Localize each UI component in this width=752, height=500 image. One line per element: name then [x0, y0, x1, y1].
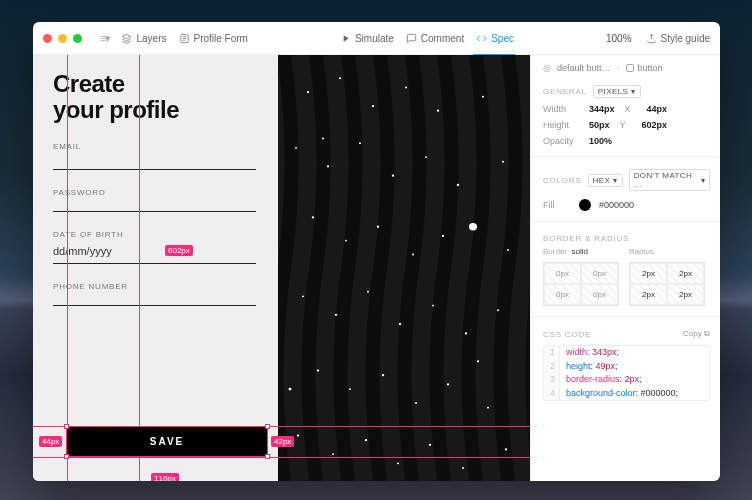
- opacity-value: 100%: [589, 136, 612, 146]
- opacity-label: Opacity: [543, 136, 579, 146]
- badge-right-margin: 42px: [271, 436, 294, 447]
- field-dob: DATE OF BIRTH dd/mm/yyyy: [53, 230, 256, 264]
- svg-point-8: [482, 96, 484, 98]
- copy-button[interactable]: Copy ⧉: [683, 329, 710, 339]
- svg-point-28: [497, 309, 499, 311]
- form-artboard: Create your profile EMAIL PASSWORD DATE …: [33, 55, 278, 481]
- svg-point-15: [502, 161, 504, 163]
- svg-point-11: [359, 142, 361, 144]
- decorative-art: [278, 55, 530, 481]
- svg-point-40: [462, 467, 464, 469]
- comment-tab[interactable]: Comment: [406, 33, 464, 44]
- doc-name[interactable]: Profile Form: [179, 33, 248, 44]
- form-icon: [179, 33, 190, 44]
- guide-vertical-left: [67, 55, 68, 481]
- password-label: PASSWORD: [53, 188, 256, 197]
- zoom-level[interactable]: 100%: [606, 33, 632, 44]
- guide-horizontal-bottom: [33, 457, 530, 458]
- border-radius-grid[interactable]: 2px2px 2px2px: [629, 262, 705, 306]
- svg-point-25: [399, 323, 401, 325]
- svg-point-6: [405, 87, 407, 89]
- fill-hex: #000000: [599, 200, 634, 210]
- chevron-down-icon: ▾: [631, 87, 635, 96]
- svg-point-13: [425, 156, 427, 158]
- app-window: ≡ ▾ Layers Profile Form Simulate Comment…: [33, 22, 720, 481]
- svg-point-20: [442, 235, 444, 237]
- svg-point-36: [332, 453, 334, 455]
- spec-tab[interactable]: Spec: [476, 33, 514, 44]
- window-controls[interactable]: [43, 34, 82, 43]
- border-value: solid: [571, 247, 587, 256]
- fill-label: Fill: [543, 200, 571, 210]
- minimize-icon[interactable]: [58, 34, 67, 43]
- color-match-select[interactable]: DON'T MATCH … ▾: [629, 169, 710, 191]
- save-button[interactable]: SAVE: [67, 427, 267, 456]
- target-icon: ◎: [543, 63, 551, 73]
- element-icon: [626, 64, 634, 72]
- border-width-grid[interactable]: 0px0px 0px0px: [543, 262, 619, 306]
- section-general: GENERAL PIXELS ▾: [543, 85, 710, 98]
- svg-point-29: [317, 369, 319, 371]
- play-icon: [340, 33, 351, 44]
- spec-label: Spec: [491, 33, 514, 44]
- section-colors: COLORS HEX ▾ DON'T MATCH … ▾: [543, 169, 710, 191]
- zoom-icon[interactable]: [73, 34, 82, 43]
- simulate-tab[interactable]: Simulate: [340, 33, 394, 44]
- breadcrumb: ◎ default butt… › button: [543, 63, 710, 73]
- chevron-down-icon: ▾: [613, 176, 617, 185]
- fill-swatch[interactable]: [579, 199, 591, 211]
- svg-point-34: [487, 407, 489, 409]
- comment-icon: [406, 33, 417, 44]
- svg-point-22: [302, 295, 304, 297]
- svg-point-12: [392, 175, 394, 177]
- badge-below: 116px: [151, 473, 179, 481]
- svg-point-9: [295, 147, 297, 149]
- width-label: Width: [543, 104, 579, 114]
- svg-point-10: [327, 165, 329, 167]
- style-guide-button[interactable]: Style guide: [646, 33, 710, 44]
- svg-point-3: [307, 91, 309, 93]
- y-value: 602px: [642, 120, 668, 130]
- breadcrumb-current[interactable]: button: [626, 63, 663, 73]
- layers-label: Layers: [136, 33, 166, 44]
- code-icon: [476, 33, 487, 44]
- svg-point-21: [507, 249, 509, 251]
- css-code-block[interactable]: 1width: 343px; 2height: 49px; 3border-ra…: [543, 345, 710, 401]
- simulate-label: Simulate: [355, 33, 394, 44]
- style-guide-label: Style guide: [661, 33, 710, 44]
- dob-label: DATE OF BIRTH: [53, 230, 256, 239]
- radius-label: Radius: [629, 247, 705, 256]
- svg-point-33: [447, 383, 449, 385]
- border-label: Border: [543, 247, 567, 256]
- form-title: Create your profile: [53, 71, 256, 124]
- x-label: X: [625, 104, 637, 114]
- chevron-right-icon: ›: [617, 63, 620, 73]
- svg-point-43: [322, 138, 324, 140]
- units-select[interactable]: PIXELS ▾: [593, 85, 641, 98]
- svg-point-17: [345, 240, 347, 242]
- design-canvas[interactable]: Create your profile EMAIL PASSWORD DATE …: [33, 55, 530, 481]
- svg-point-24: [367, 291, 369, 293]
- export-icon: [646, 33, 657, 44]
- height-label: Height: [543, 120, 579, 130]
- svg-point-18: [377, 226, 379, 228]
- field-phone: PHONE NUMBER: [53, 282, 256, 306]
- phone-label: PHONE NUMBER: [53, 282, 256, 291]
- svg-point-7: [437, 110, 439, 112]
- close-icon[interactable]: [43, 34, 52, 43]
- dob-value: dd/mm/yyyy: [53, 245, 256, 257]
- section-css: CSS CODE Copy ⧉: [543, 329, 710, 339]
- svg-point-27: [465, 332, 467, 334]
- svg-point-44: [477, 360, 479, 362]
- color-format-select[interactable]: HEX ▾: [588, 174, 623, 187]
- inspector-panel: ◎ default butt… › button GENERAL PIXELS …: [530, 55, 720, 481]
- chevron-down-icon: ▾: [701, 176, 705, 185]
- layers-tab[interactable]: Layers: [121, 33, 166, 44]
- y-label: Y: [620, 120, 632, 130]
- menu-icon[interactable]: ≡ ▾: [100, 32, 109, 45]
- save-label: SAVE: [150, 436, 185, 447]
- svg-point-2: [469, 223, 477, 230]
- breadcrumb-parent[interactable]: default butt…: [557, 63, 611, 73]
- svg-point-31: [382, 374, 384, 376]
- badge-password-right: 602px: [165, 245, 193, 256]
